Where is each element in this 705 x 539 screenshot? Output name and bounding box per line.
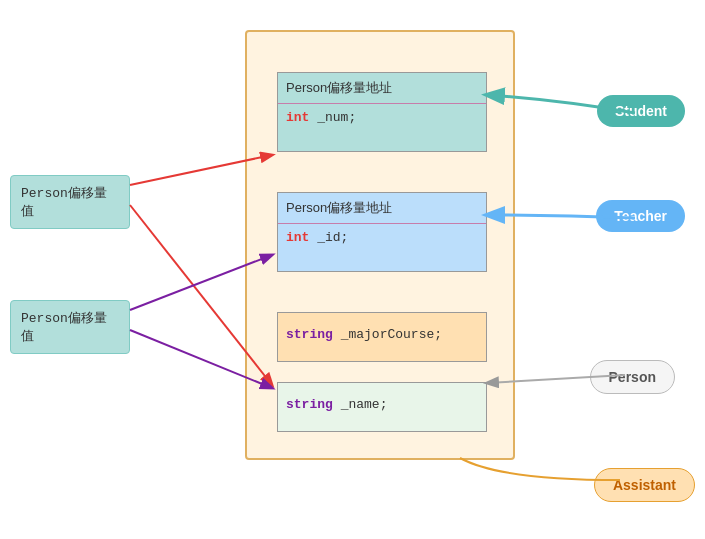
block2-label: Person偏移量地址 — [278, 193, 486, 219]
block3-var: _majorCourse; — [341, 327, 442, 342]
mem-block-4: string _name; — [277, 382, 487, 432]
mem-block-2: Person偏移量地址 int _id; — [277, 192, 487, 272]
left-box-2: Person偏移量值 — [10, 300, 130, 354]
block2-var: _id; — [317, 230, 348, 245]
assistant-pill[interactable]: Assistant — [594, 468, 695, 502]
block1-code: int _num; — [278, 108, 486, 131]
block3-keyword: string — [286, 327, 333, 342]
mem-block-1: Person偏移量地址 int _num; — [277, 72, 487, 152]
block1-keyword: int — [286, 110, 309, 125]
block2-keyword: int — [286, 230, 309, 245]
teacher-pill[interactable]: Teacher — [596, 200, 685, 232]
central-box: Person偏移量地址 int _num; Person偏移量地址 int _i… — [245, 30, 515, 460]
block4-keyword: string — [286, 397, 333, 412]
block4-var: _name; — [341, 397, 388, 412]
block3-code: string _majorCourse; — [278, 313, 486, 348]
diagram-container: Person偏移量地址 int _num; Person偏移量地址 int _i… — [0, 0, 705, 539]
block2-code: int _id; — [278, 228, 486, 251]
block4-code: string _name; — [278, 383, 486, 418]
block1-var: _num; — [317, 110, 356, 125]
left-box-1: Person偏移量值 — [10, 175, 130, 229]
block1-label: Person偏移量地址 — [278, 73, 486, 99]
person-pill[interactable]: Person — [590, 360, 675, 394]
student-pill[interactable]: Student — [597, 95, 685, 127]
mem-block-3: string _majorCourse; — [277, 312, 487, 362]
